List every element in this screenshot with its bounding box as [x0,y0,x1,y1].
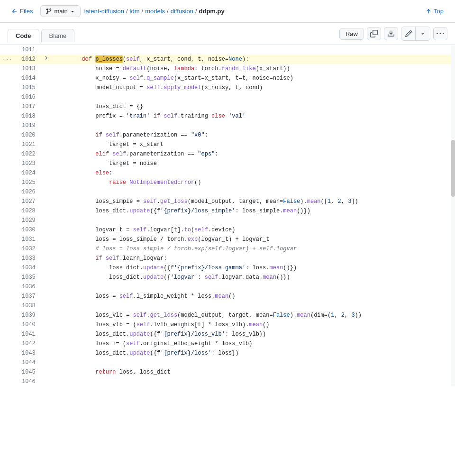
more-options-button[interactable] [433,27,447,40]
line-dots [0,130,14,140]
line-dots [0,111,14,121]
line-expand [41,358,51,367]
line-dots [0,282,14,292]
line-dots [0,263,14,273]
line-dots [0,206,14,216]
line-expand [41,377,51,386]
line-dots [0,273,14,282]
line-expand [41,206,51,216]
line-dots [0,358,14,367]
line-expand [41,159,51,168]
line-number: 1042 [14,339,41,348]
raw-button[interactable]: Raw [339,28,364,40]
line-number: 1032 [14,244,41,254]
line-code: target = x_start [51,140,455,149]
tab-code[interactable]: Code [8,29,39,43]
line-dots [0,301,14,311]
scrollbar-thumb[interactable] [451,140,455,197]
line-number: 1027 [14,197,41,206]
scrollbar-track[interactable] [451,45,455,386]
line-expand [41,149,51,159]
breadcrumb-diffusion[interactable]: diffusion [171,8,193,15]
breadcrumb-ldm[interactable]: ldm [130,8,140,15]
line-expand [41,140,51,149]
line-dots [0,92,14,102]
line-number: 1020 [14,130,41,140]
line-number: 1039 [14,311,41,320]
tab-blame[interactable]: Blame [41,29,75,42]
line-expand [41,225,51,235]
line-expand [41,92,51,102]
line-code: if self.parameterization == "x0": [51,130,455,140]
line-expand [41,197,51,206]
line-number: 1030 [14,225,41,235]
line-expand [41,73,51,83]
line-dots [0,83,14,92]
line-dots [0,330,14,339]
line-code: loss_dict.update({f'{prefix}/loss_simple… [51,206,455,216]
edit-button[interactable] [401,27,416,40]
line-expand [41,254,51,263]
breadcrumb-file: ddpm.py [199,8,225,15]
line-expand [41,111,51,121]
top-button[interactable]: Top [421,6,447,17]
branch-label: main [54,8,67,15]
tab-bar: Code Blame Raw [0,23,455,45]
top-label: Top [434,8,444,15]
line-expand [41,273,51,282]
line-dots [0,187,14,197]
line-number: 1018 [14,111,41,121]
line-dots [0,64,14,73]
line-expand [41,367,51,377]
line-expand [41,130,51,140]
line-code: loss_dict = {} [51,102,455,111]
line-dots [0,178,14,187]
line-code: # loss = loss_simple / torch.exp(self.lo… [51,244,455,254]
line-dots [0,254,14,263]
files-back-button[interactable]: Files [8,6,36,17]
line-dots [0,140,14,149]
line-number: 1011 [14,45,41,55]
line-code: loss = self.l_simple_weight * loss.mean(… [51,292,455,301]
line-expand [41,83,51,92]
edit-dropdown-button[interactable] [416,27,430,40]
line-code [51,45,455,55]
line-number: 1029 [14,216,41,225]
line-code [51,216,455,225]
line-number: 1046 [14,377,41,386]
code-container: 1011···1012 def p_losses(self, x_start, … [0,45,455,386]
line-expand [41,121,51,130]
line-expand[interactable] [41,55,51,64]
line-number: 1045 [14,367,41,377]
line-code: logvar_t = self.logvar[t].to(self.device… [51,225,455,235]
line-code: loss_dict.update({f'{prefix}/loss_vlb': … [51,330,455,339]
tabs: Code Blame [8,29,74,42]
line-code: loss += (self.original_elbo_weight * los… [51,339,455,348]
line-code: def p_losses(self, x_start, cond, t, noi… [51,55,455,64]
breadcrumb-latent-diffusion[interactable]: latent-diffusion [84,8,124,15]
line-code: loss_vlb = (self.lvlb_weights[t] * loss_… [51,320,455,330]
line-number: 1022 [14,149,41,159]
download-button[interactable] [384,27,398,40]
line-number: 1028 [14,206,41,216]
line-code: loss_dict.update({f'{prefix}/loss_gamma'… [51,263,455,273]
line-expand [41,187,51,197]
breadcrumb-models[interactable]: models [145,8,165,15]
line-number: 1021 [14,140,41,149]
line-number: 1035 [14,273,41,282]
copy-button[interactable] [367,27,381,40]
line-code: model_output = self.apply_model(x_noisy,… [51,83,455,92]
line-expand [41,320,51,330]
branch-button[interactable]: main [40,5,80,17]
line-code: if self.learn_logvar: [51,254,455,263]
line-number: 1024 [14,168,41,178]
line-code: loss_dict.update({'logvar': self.logvar.… [51,273,455,282]
line-expand [41,263,51,273]
line-expand [41,339,51,348]
line-number: 1033 [14,254,41,263]
line-expand [41,244,51,254]
line-code: prefix = 'train' if self.training else '… [51,111,455,121]
line-dots [0,197,14,206]
line-number: 1023 [14,159,41,168]
line-dots[interactable]: ··· [0,55,14,64]
